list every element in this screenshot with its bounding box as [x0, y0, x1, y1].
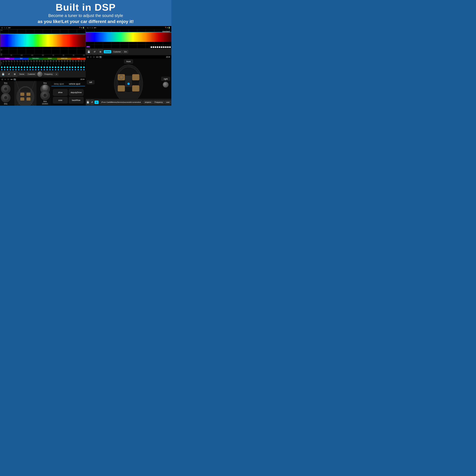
save-button-right[interactable]: 💾 — [86, 49, 91, 54]
eq-slider-dot[interactable] — [63, 67, 65, 68]
band-mediant: Mediant — [43, 58, 57, 60]
eq-param-cell: 17 — [47, 60, 49, 61]
eq-slider-dot[interactable] — [41, 67, 42, 68]
eq-small-dot[interactable] — [165, 46, 167, 48]
reset-btn-bottom[interactable]: ↺ — [90, 100, 94, 105]
eq-small-sliders[interactable] — [151, 46, 171, 48]
eq-slider-dot[interactable] — [12, 67, 14, 68]
eq-small-dot[interactable] — [151, 46, 152, 48]
eq-slider-dot[interactable] — [58, 67, 59, 68]
eq-x-label: 2K — [63, 55, 64, 56]
eq-slider-dot[interactable] — [60, 67, 62, 68]
eq-slider-dot[interactable] — [80, 67, 82, 68]
scene-button-left[interactable]: Scene — [18, 72, 26, 76]
eq-slider-dot[interactable] — [38, 67, 39, 68]
eq-slider-dot[interactable] — [49, 67, 51, 68]
eq-slider-dot[interactable] — [83, 67, 85, 68]
eq-param-cell: 2.0 — [83, 61, 85, 64]
eq-slider-dot[interactable] — [21, 67, 22, 68]
backrow-button[interactable]: backRow — [69, 97, 84, 103]
eq-sliders[interactable] — [0, 66, 86, 69]
eq-small-dot[interactable] — [155, 46, 156, 48]
eq-param-cell: 9 — [24, 60, 27, 61]
eq-param-cell: 0 — [61, 64, 63, 66]
overview-icon-left[interactable]: □ — [8, 78, 9, 81]
eq-slider-dot[interactable] — [27, 67, 28, 68]
overview-icon-right[interactable]: □ — [93, 56, 94, 58]
customer-button-right[interactable]: Customer — [112, 50, 122, 53]
eq-param-cell: 13 — [35, 60, 38, 61]
eq-small-dot[interactable] — [169, 46, 171, 48]
back-icon-right[interactable]: ◁ — [87, 56, 88, 58]
scene-button-right[interactable]: Scene — [104, 50, 111, 53]
speaker-tag-br: positive — [42, 103, 48, 105]
eq-gradient-right — [86, 32, 171, 42]
eq-small-dot[interactable] — [161, 46, 162, 48]
eq-small-dot[interactable] — [157, 46, 158, 48]
em-button-right[interactable]: Em — [123, 50, 128, 53]
eq-slider-dot[interactable] — [1, 67, 2, 68]
eq-adjust-button-right[interactable]: ⊞ — [98, 49, 103, 54]
user-btn[interactable]: user — [165, 101, 171, 104]
frequency-btn-bottom[interactable]: Frequency — [153, 101, 164, 104]
eq-slider-dot[interactable] — [69, 67, 71, 68]
tab-delay[interactable]: delay ajust — [51, 82, 66, 86]
eq-slider-dot[interactable] — [55, 67, 56, 68]
reset-button-left[interactable]: ↺ — [6, 71, 12, 77]
eq-bot-dot — [78, 69, 79, 70]
car-image-left — [14, 81, 36, 106]
eq-small-dot[interactable] — [159, 46, 160, 48]
core-button[interactable]: core — [53, 97, 68, 103]
eq-slider-dot[interactable] — [15, 67, 17, 68]
eq-slider-dot[interactable] — [24, 67, 25, 68]
drive-button[interactable]: drive — [53, 89, 68, 96]
eq-slider-dot[interactable] — [18, 67, 19, 68]
eq-param-cell: 0 — [47, 64, 49, 66]
eq-slider-dot[interactable] — [52, 67, 53, 68]
home-icon-right[interactable]: ○ — [90, 56, 91, 58]
eq-slider-dot[interactable] — [72, 67, 73, 68]
eq-bot-dot — [41, 69, 42, 70]
eq-small-dot[interactable] — [167, 46, 169, 48]
knob-right[interactable] — [163, 82, 169, 87]
speakers-panel: 0ms 0ms positive — [0, 81, 51, 106]
frequency-button-left[interactable]: Frequency — [43, 72, 54, 76]
eq-slider-dot[interactable] — [10, 67, 11, 68]
eq-slider-dot[interactable] — [35, 67, 36, 68]
back-icon-left[interactable]: ◁ — [1, 78, 3, 81]
save-button-left[interactable]: 💾 — [0, 71, 6, 77]
eq-slider-dot[interactable] — [32, 67, 34, 68]
eq-bot-dot — [66, 69, 68, 70]
eq-small-dot[interactable] — [153, 46, 154, 48]
home-icon-left[interactable]: ○ — [5, 78, 6, 81]
knob-speaker-br[interactable] — [42, 85, 48, 90]
eq-slider-dot[interactable] — [4, 67, 5, 68]
eq-slider-dot[interactable] — [29, 67, 31, 68]
eq-slider-dot[interactable] — [7, 67, 8, 68]
eq-slider-dot[interactable] — [77, 67, 79, 68]
eq-param-cell: 2.0 — [69, 61, 71, 64]
reset-button-right[interactable]: ↺ — [92, 49, 97, 54]
eq-param-cell: 0 — [72, 64, 74, 66]
knob-left[interactable] — [37, 71, 43, 77]
eq-btn-bottom[interactable]: ⊞ — [94, 101, 99, 104]
eq-slider-dot[interactable] — [66, 67, 68, 68]
eq-param-cell: 3 — [8, 60, 10, 61]
eq-small-dot[interactable] — [163, 46, 165, 48]
u-button-left[interactable]: u — [55, 72, 58, 76]
eq-param-cell: 2.0 — [19, 61, 21, 64]
eq-slider-dot[interactable] — [75, 67, 76, 68]
svg-rect-15 — [118, 85, 125, 91]
band-ultrabass: UltraBass — [0, 58, 14, 60]
customer-button-left[interactable]: Customer — [26, 72, 37, 76]
eq-adjust-button-left[interactable]: ⊞ — [12, 71, 17, 77]
emperor-btn[interactable]: emperor — [143, 101, 153, 104]
eq-param-cell: 0 — [27, 64, 30, 66]
deputy-drive-button[interactable]: deputyDrive — [69, 89, 84, 96]
eq-slider-dot[interactable] — [43, 67, 45, 68]
eq-param-cell: 11 — [30, 60, 32, 61]
tab-vehicle[interactable]: vehicle ajust — [66, 82, 83, 86]
eq-slider-dot[interactable] — [46, 67, 48, 68]
save-btn-bottom[interactable]: 💾 — [86, 100, 90, 105]
status-bar-left: ◁ ○ □ ●▪▪ 📍 ▾ 🔋 — [0, 26, 86, 29]
